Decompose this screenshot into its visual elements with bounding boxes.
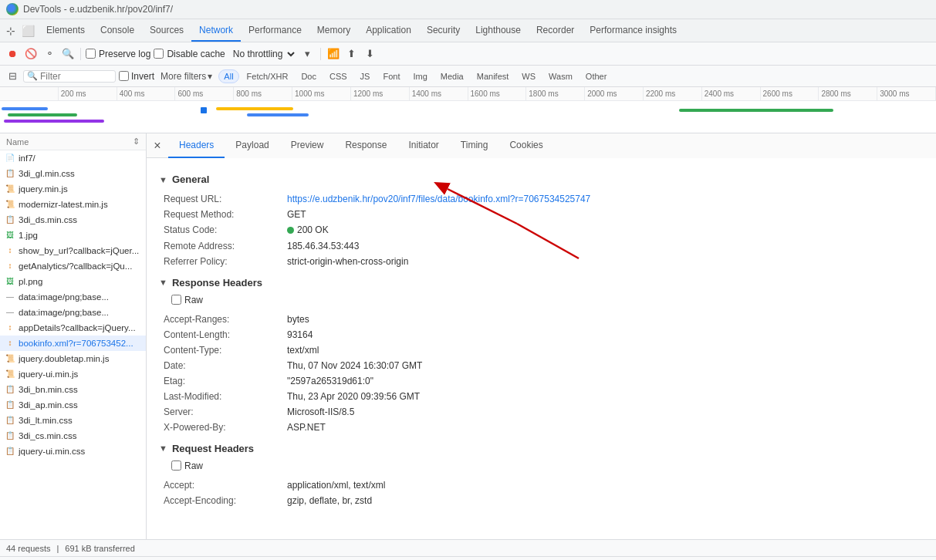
detail-tab-payload[interactable]: Payload bbox=[225, 133, 279, 158]
response-headers-label: Response Headers bbox=[172, 277, 262, 288]
tab-elements[interactable]: Elements bbox=[39, 19, 93, 42]
file-item-jquery[interactable]: 📜 jquery.min.js bbox=[0, 181, 146, 197]
file-item-bookinfo[interactable]: ↕ bookinfo.xml?r=706753452... bbox=[0, 336, 146, 351]
detail-tab-headers[interactable]: Headers bbox=[168, 133, 225, 158]
disable-cache-checkbox[interactable]: Disable cache bbox=[154, 49, 225, 59]
detail-tab-timing[interactable]: Timing bbox=[450, 133, 499, 158]
bottom-tab-whats-new[interactable]: What's new × bbox=[52, 557, 128, 560]
tab-performance-insights[interactable]: Performance insights bbox=[582, 19, 684, 42]
file-item-getanalytics[interactable]: ↕ getAnalytics/?callback=jQu... bbox=[0, 258, 146, 274]
filter-tag-other[interactable]: Other bbox=[580, 69, 613, 83]
throttle-select[interactable]: No throttling Fast 4G Slow 4G Offline bbox=[228, 48, 297, 60]
record-button[interactable]: ⏺ bbox=[5, 46, 20, 62]
throttle-dropdown-icon[interactable]: ▾ bbox=[300, 46, 316, 62]
invert-label[interactable]: Invert bbox=[119, 71, 154, 82]
request-raw-row: Raw bbox=[171, 460, 924, 471]
file-item-show-by-url[interactable]: ↕ show_by_url?callback=jQuer... bbox=[0, 243, 146, 258]
file-item-jqueryui-js[interactable]: 📜 jquery-ui.min.js bbox=[0, 366, 146, 382]
tab-lighthouse[interactable]: Lighthouse bbox=[468, 19, 529, 42]
file-item-jqueryui-css[interactable]: 📋 jquery-ui.min.css bbox=[0, 444, 146, 459]
file-item-doubletap[interactable]: 📜 jquery.doubletap.min.js bbox=[0, 351, 146, 366]
general-section-header[interactable]: ▼ General bbox=[159, 174, 924, 185]
request-headers-label: Request Headers bbox=[172, 443, 254, 454]
file-item-3di-bn[interactable]: 📋 3di_bn.min.css bbox=[0, 382, 146, 397]
cursor-icon[interactable]: ⊹ bbox=[3, 23, 19, 39]
tab-recorder[interactable]: Recorder bbox=[529, 19, 582, 42]
file-item-appdetails[interactable]: ↕ appDetails?callback=jQuery... bbox=[0, 320, 146, 336]
filter-tag-media[interactable]: Media bbox=[435, 69, 469, 83]
referrer-policy-row: Referrer Policy: strict-origin-when-cros… bbox=[159, 254, 924, 269]
file-item-3di-ds[interactable]: 📋 3di_ds.min.css bbox=[0, 212, 146, 228]
upload-icon[interactable]: ⬆ bbox=[344, 46, 360, 62]
filter-tag-css[interactable]: CSS bbox=[324, 69, 353, 83]
file-item-data1[interactable]: — data:image/png;base... bbox=[0, 289, 146, 305]
device-icon[interactable]: ⬜ bbox=[20, 23, 35, 39]
css-icon-6: 📋 bbox=[5, 430, 15, 441]
file-item-modernizr[interactable]: 📜 modernizr-latest.min.js bbox=[0, 197, 146, 212]
filter-bar: ⊟ 🔍 Invert More filters ▾ All Fetch/XHR … bbox=[0, 66, 936, 87]
css-icon-2: 📋 bbox=[5, 214, 15, 225]
close-detail-button[interactable]: × bbox=[150, 138, 165, 153]
tick-4: 800 ms bbox=[234, 87, 292, 100]
tab-sources[interactable]: Sources bbox=[142, 19, 191, 42]
bottom-tab-console[interactable]: Console bbox=[0, 557, 52, 560]
detail-tab-response[interactable]: Response bbox=[334, 133, 397, 158]
filter-input[interactable] bbox=[40, 71, 102, 82]
response-raw-checkbox[interactable] bbox=[171, 295, 181, 305]
last-modified-row: Last-Modified: Thu, 23 Apr 2020 09:39:56… bbox=[159, 389, 924, 404]
bottom-tab-sensors[interactable]: Sensors bbox=[174, 557, 226, 560]
more-filters-button[interactable]: More filters ▾ bbox=[157, 69, 215, 83]
request-headers-section-header[interactable]: ▼ Request Headers bbox=[159, 443, 924, 454]
filter-tag-js[interactable]: JS bbox=[355, 69, 376, 83]
tick-9: 1800 ms bbox=[526, 87, 585, 100]
request-raw-checkbox[interactable] bbox=[171, 460, 181, 471]
response-raw-label: Raw bbox=[184, 295, 203, 305]
filter-toggle-icon[interactable]: ⊟ bbox=[5, 69, 20, 84]
tab-network[interactable]: Network bbox=[191, 19, 241, 42]
accept-row: Accept: application/xml, text/xml bbox=[159, 477, 924, 493]
css-icon-3: 📋 bbox=[5, 384, 15, 395]
tick-0 bbox=[0, 87, 59, 100]
file-item-3di-cs[interactable]: 📋 3di_cs.min.css bbox=[0, 428, 146, 444]
filter-tag-fetch-xhr[interactable]: Fetch/XHR bbox=[242, 69, 294, 83]
filter-tag-ws[interactable]: WS bbox=[516, 69, 541, 83]
response-headers-section-header[interactable]: ▼ Response Headers bbox=[159, 277, 924, 288]
detail-tab-cookies[interactable]: Cookies bbox=[498, 133, 553, 158]
file-item-1jpg[interactable]: 🖼 1.jpg bbox=[0, 228, 146, 243]
file-item-data2[interactable]: — data:image/png;base... bbox=[0, 305, 146, 320]
detail-tab-preview[interactable]: Preview bbox=[280, 133, 335, 158]
tick-10: 2000 ms bbox=[585, 87, 644, 100]
search-button[interactable]: 🔍 bbox=[60, 46, 76, 62]
tab-application[interactable]: Application bbox=[358, 19, 419, 42]
file-item-plpng[interactable]: 🖼 pl.png bbox=[0, 274, 146, 289]
filter-tag-doc[interactable]: Doc bbox=[296, 69, 322, 83]
tab-performance[interactable]: Performance bbox=[241, 19, 309, 42]
tab-console[interactable]: Console bbox=[93, 19, 142, 42]
detail-tab-initiator[interactable]: Initiator bbox=[397, 133, 449, 158]
main-tab-bar: ⊹ ⬜ Elements Console Sources Network Per… bbox=[0, 19, 936, 42]
wifi-icon[interactable]: 📶 bbox=[326, 46, 341, 62]
file-item-3di-gl[interactable]: 📋 3di_gl.min.css bbox=[0, 166, 146, 181]
filter-tag-font[interactable]: Font bbox=[377, 69, 405, 83]
data-icon: — bbox=[5, 292, 15, 302]
content-length-row: Content-Length: 93164 bbox=[159, 327, 924, 342]
bottom-tab-issues[interactable]: Issues bbox=[128, 557, 174, 560]
filter-icon[interactable]: ⚬ bbox=[42, 46, 57, 62]
fetch-icon-2: ↕ bbox=[5, 261, 15, 272]
download-icon[interactable]: ⬇ bbox=[363, 46, 378, 62]
file-item-3di-ap[interactable]: 📋 3di_ap.min.css bbox=[0, 397, 146, 413]
general-label: General bbox=[172, 174, 209, 185]
filter-tag-img[interactable]: Img bbox=[407, 69, 432, 83]
filter-tag-manifest[interactable]: Manifest bbox=[471, 69, 515, 83]
clear-button[interactable]: 🚫 bbox=[23, 46, 39, 62]
tab-security[interactable]: Security bbox=[419, 19, 468, 42]
transfer-size: 691 kB transferred bbox=[65, 544, 135, 553]
file-item-inf7[interactable]: 📄 inf7/ bbox=[0, 150, 146, 166]
filter-tag-all[interactable]: All bbox=[218, 69, 238, 83]
preserve-log-checkbox[interactable]: Preserve log bbox=[86, 49, 150, 59]
detail-tabs: Headers Payload Preview Response Initiat… bbox=[168, 133, 936, 158]
request-url-link[interactable]: https://e.udzbenik.hr/pov20/inf7/files/d… bbox=[287, 194, 590, 204]
file-item-3di-lt[interactable]: 📋 3di_lt.min.css bbox=[0, 413, 146, 428]
filter-tag-wasm[interactable]: Wasm bbox=[543, 69, 578, 83]
tab-memory[interactable]: Memory bbox=[309, 19, 358, 42]
